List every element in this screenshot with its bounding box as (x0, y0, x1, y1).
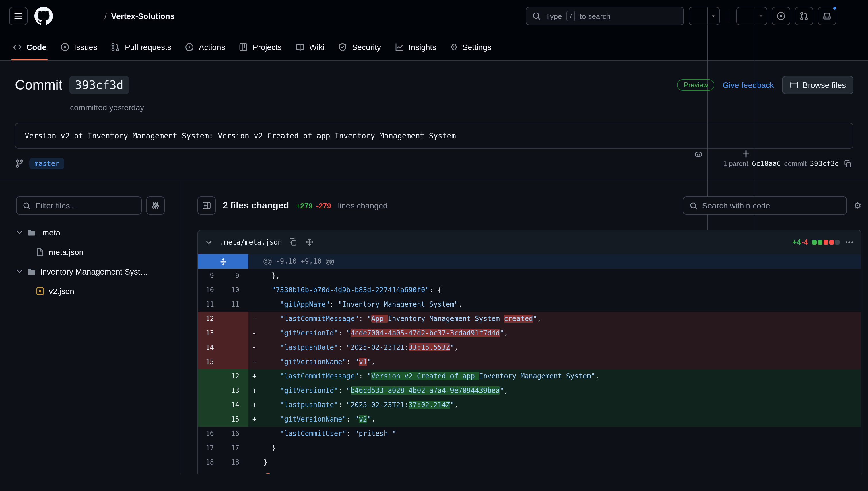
old-line-number[interactable]: 14 (198, 341, 223, 355)
new-line-number[interactable]: 13 (223, 384, 248, 398)
issues-dashboard-button[interactable] (772, 7, 790, 25)
tab-wiki[interactable]: Wiki (290, 33, 330, 60)
old-line-number[interactable]: 18 (198, 455, 223, 470)
old-line-number[interactable]: 16 (198, 427, 223, 441)
copilot-menu-caret[interactable] (708, 7, 719, 25)
tree-item-v2.json[interactable]: v2.json (16, 281, 165, 301)
tab-insights[interactable]: Insights (389, 33, 442, 60)
file-deletions: -4 (801, 238, 808, 247)
new-line-number[interactable]: 15 (223, 412, 248, 427)
tab-actions[interactable]: Actions (179, 33, 231, 60)
git-branch-icon (15, 159, 24, 168)
give-feedback-link[interactable]: Give feedback (722, 80, 774, 90)
tab-label: Projects (253, 42, 282, 51)
diffstat-blocks (812, 240, 840, 244)
redacted-owner-name[interactable] (62, 12, 100, 20)
pull-requests-dashboard-button[interactable] (795, 7, 813, 25)
search-within-code-input[interactable]: Search within code (683, 196, 847, 215)
inbox-icon (823, 11, 832, 21)
new-line-number[interactable] (223, 341, 248, 355)
create-new-caret[interactable] (755, 7, 767, 25)
tab-projects[interactable]: Projects (233, 33, 287, 60)
expand-hunk-button[interactable] (198, 254, 248, 269)
copilot-button[interactable] (689, 7, 720, 25)
tree-item-.meta[interactable]: .meta (16, 223, 165, 242)
diff-marker: - (248, 326, 260, 341)
code-line: "lastpushDate": "2025-02-23T21:37:02.214… (260, 398, 861, 412)
collapse-file-button[interactable] (204, 237, 214, 247)
file-tree: .metameta.jsonInventory Management Syst…… (16, 223, 165, 301)
diffstat-block-add (812, 240, 817, 244)
github-logo[interactable] (34, 7, 53, 25)
diff-settings-button[interactable]: ⚙ (854, 201, 861, 210)
new-line-number[interactable]: 16 (223, 427, 248, 441)
commit-sha-badge: 393cf3d (69, 76, 129, 94)
create-new-button[interactable] (736, 7, 767, 25)
file-options-button[interactable] (844, 236, 855, 248)
old-line-number[interactable] (198, 384, 223, 398)
filter-files-input[interactable]: Filter files... (16, 196, 142, 215)
tab-label: Settings (462, 42, 491, 51)
old-line-number[interactable] (198, 398, 223, 412)
old-line-number[interactable]: 15 (198, 355, 223, 369)
hunk-header: @@ -9,10 +9,10 @@ (248, 254, 861, 269)
new-line-number[interactable]: 10 (223, 283, 248, 297)
new-line-number[interactable]: 11 (223, 297, 248, 312)
no-newline-row (198, 470, 861, 474)
old-line-number[interactable]: 11 (198, 297, 223, 312)
collapse-file-tree-button[interactable] (197, 196, 216, 215)
tree-item-meta.json[interactable]: meta.json (16, 242, 165, 262)
new-line-number[interactable]: 14 (223, 398, 248, 412)
copy-file-path-button[interactable] (288, 237, 299, 248)
diff-line-ctx: 1717 } (198, 441, 861, 455)
drag-file-handle[interactable] (305, 237, 315, 248)
new-line-number[interactable]: 12 (223, 369, 248, 384)
table-icon (239, 42, 248, 51)
tree-item-inventory-management-syst-[interactable]: Inventory Management Syst… (16, 262, 165, 281)
tab-pull-requests[interactable]: Pull requests (105, 33, 177, 60)
tab-issues[interactable]: Issues (55, 33, 103, 60)
new-line-number[interactable]: 9 (223, 269, 248, 283)
new-line-number[interactable]: 18 (223, 455, 248, 470)
old-line-number[interactable]: 17 (198, 441, 223, 455)
circle-dot-icon (776, 11, 786, 21)
branch-label[interactable]: master (29, 158, 65, 169)
author-avatar[interactable] (15, 101, 28, 114)
hamburger-menu-button[interactable] (9, 7, 28, 25)
search-placeholder-prefix: Type (546, 12, 562, 20)
diff-marker (248, 283, 260, 297)
old-line-number[interactable] (198, 369, 223, 384)
diff-marker: + (248, 369, 260, 384)
new-line-number[interactable] (223, 326, 248, 341)
old-line-number[interactable] (198, 412, 223, 427)
tab-settings[interactable]: ⚙ Settings (444, 33, 497, 60)
filter-placeholder: Filter files... (36, 201, 76, 210)
redacted-author-name[interactable] (32, 104, 65, 111)
global-search-input[interactable]: Type / to search (526, 7, 684, 25)
user-avatar[interactable] (841, 7, 859, 25)
new-line-number[interactable] (223, 355, 248, 369)
book-icon (296, 42, 305, 51)
breadcrumb-repo-link[interactable]: Vertex-Solutions (111, 11, 175, 21)
inbox-button[interactable] (818, 7, 836, 25)
diff-file-name[interactable]: .meta/meta.json (220, 238, 282, 246)
parent-sha-link[interactable]: 6c10aa6 (752, 160, 781, 168)
old-line-number[interactable]: 10 (198, 283, 223, 297)
tab-label: Insights (409, 42, 436, 51)
old-line-number[interactable]: 12 (198, 312, 223, 326)
new-line-number[interactable]: 17 (223, 441, 248, 455)
code-line: "lastCommitMessage": "Version v2 Created… (260, 369, 861, 384)
new-line-number[interactable] (223, 312, 248, 326)
github-mark-icon (34, 7, 53, 25)
git-pull-request-icon (111, 42, 120, 51)
file-filter-options-button[interactable] (146, 196, 165, 215)
unread-notification-dot (832, 6, 837, 11)
search-icon (689, 201, 698, 210)
no-newline-icon (264, 472, 273, 474)
tab-security[interactable]: Security (333, 33, 387, 60)
old-line-number[interactable]: 13 (198, 326, 223, 341)
old-line-number[interactable]: 9 (198, 269, 223, 283)
copy-sha-button[interactable] (842, 158, 854, 169)
tab-code[interactable]: Code (7, 33, 52, 60)
browse-files-button[interactable]: Browse files (782, 76, 854, 94)
